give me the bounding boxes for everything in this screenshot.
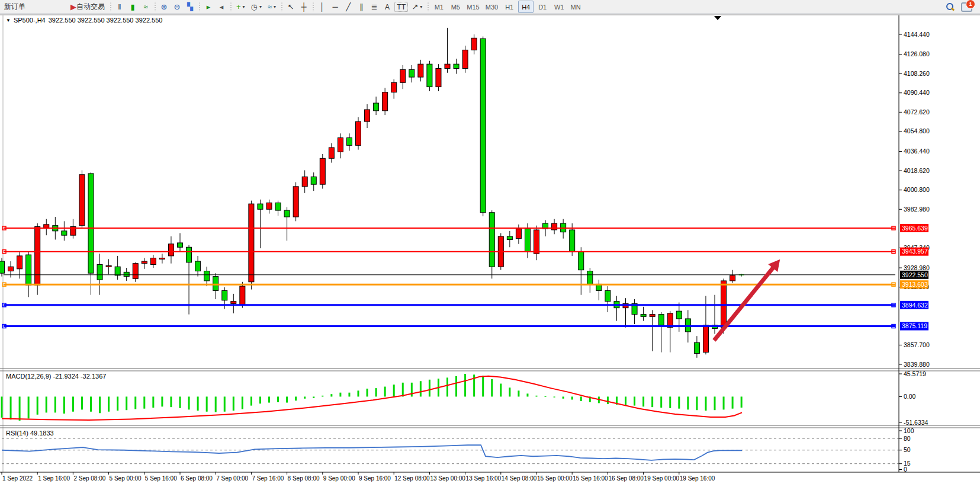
timeframe-button-d1[interactable]: D1 bbox=[535, 1, 550, 13]
chat-bubble-icon: 1 bbox=[961, 2, 972, 12]
candle-body bbox=[106, 265, 111, 267]
chart-collapse-icon[interactable]: ▼ bbox=[6, 18, 11, 23]
dropdown-arrow-icon[interactable]: ▾ bbox=[274, 4, 276, 9]
candle-body bbox=[88, 174, 94, 273]
time-axis-label: 15 Sep 00:00 bbox=[537, 475, 573, 482]
toolbar-group: +▾◷▾≈▾ bbox=[233, 0, 279, 14]
signals-icon-button[interactable] bbox=[55, 1, 67, 13]
time-axis-label: 12 Sep 08:00 bbox=[394, 475, 430, 482]
macd-histogram-bar bbox=[696, 396, 698, 410]
macd-histogram-bar bbox=[625, 396, 626, 405]
candle-body bbox=[240, 286, 245, 305]
macd-histogram-bar bbox=[224, 396, 226, 411]
candle-body bbox=[658, 315, 664, 325]
candle-body bbox=[159, 258, 165, 259]
time-axis-label: 6 Sep 08:00 bbox=[181, 475, 213, 482]
trendline-button[interactable]: ╱ bbox=[342, 1, 354, 13]
macd-histogram-bar bbox=[367, 389, 368, 396]
chart-window[interactable]: 4144.4404126.0804108.2604090.4404072.620… bbox=[0, 14, 980, 487]
notifications-button[interactable]: 1 bbox=[959, 1, 975, 13]
candle-body bbox=[266, 203, 272, 209]
macd-axis-label: 45.5719 bbox=[904, 370, 926, 377]
search-button[interactable] bbox=[943, 1, 957, 13]
timeframe-button-w1[interactable]: W1 bbox=[551, 1, 567, 13]
candle-body bbox=[187, 247, 192, 262]
timeframe-button-m5[interactable]: M5 bbox=[448, 1, 463, 13]
macd-histogram-bar bbox=[536, 396, 538, 397]
line-chart-button[interactable]: ≈ bbox=[140, 1, 152, 13]
text-label-button-label: T bbox=[397, 3, 401, 11]
macd-histogram-bar bbox=[545, 396, 547, 397]
candle-body bbox=[346, 138, 352, 146]
text-button[interactable]: A bbox=[381, 1, 393, 13]
auto-scroll-button[interactable]: ▸ bbox=[203, 1, 214, 13]
candle-body bbox=[409, 69, 415, 77]
periods-button[interactable]: ◷▾ bbox=[249, 1, 264, 13]
time-axis-label: 9 Sep 00:00 bbox=[323, 475, 355, 482]
chart-shift-button[interactable]: ◂ bbox=[216, 1, 227, 13]
macd-histogram-bar bbox=[580, 396, 582, 401]
zoom-in-button[interactable]: ⊕ bbox=[158, 1, 170, 13]
timeframe-button-m15[interactable]: M15 bbox=[464, 1, 481, 13]
macd-histogram-bar bbox=[571, 396, 573, 399]
chart-canvas[interactable]: 4144.4404126.0804108.2604090.4404072.620… bbox=[0, 14, 980, 487]
candle-body bbox=[534, 230, 539, 254]
crosshair-button[interactable]: ┼ bbox=[298, 1, 310, 13]
horizontal-line-button[interactable]: ─ bbox=[329, 1, 341, 13]
candle-body bbox=[676, 311, 682, 319]
new-order-button[interactable]: 新订单 bbox=[2, 1, 28, 13]
market-watch-icon-button[interactable] bbox=[29, 1, 41, 13]
cursor-button[interactable]: ↖ bbox=[285, 1, 297, 13]
macd-histogram-bar bbox=[339, 393, 341, 397]
timeframe-button-h4[interactable]: H4 bbox=[518, 1, 534, 13]
candle-body bbox=[650, 315, 655, 317]
toolbar-grip bbox=[109, 2, 112, 12]
macd-histogram-bar bbox=[54, 396, 56, 412]
rsi-axis-label: 0 bbox=[904, 466, 907, 473]
macd-histogram-bar bbox=[90, 396, 92, 411]
toolbar-grip bbox=[229, 2, 232, 12]
rsi-axis-label: 80 bbox=[904, 435, 911, 442]
tile-windows-icon: ▚ bbox=[187, 3, 193, 11]
macd-histogram-bar bbox=[152, 396, 154, 408]
candle-body bbox=[471, 38, 477, 50]
bar-chart-button[interactable]: ‖ bbox=[114, 1, 126, 13]
arrows-button[interactable]: ↗▾ bbox=[409, 1, 425, 13]
fibonacci-button[interactable]: ≣ bbox=[368, 1, 380, 13]
macd-histogram-bar bbox=[81, 396, 83, 409]
toolbar-right-cluster: 1 bbox=[943, 1, 975, 13]
timeframe-button-m1[interactable]: M1 bbox=[431, 1, 446, 13]
dropdown-arrow-icon[interactable]: ▾ bbox=[243, 4, 245, 9]
zoom-out-button[interactable]: ⊖ bbox=[171, 1, 183, 13]
time-axis-label: 13 Sep 00:00 bbox=[430, 475, 465, 482]
timeframe-button-h1[interactable]: H1 bbox=[502, 1, 517, 13]
macd-histogram-bar bbox=[348, 393, 350, 397]
candle-body bbox=[570, 230, 575, 252]
channel-button[interactable]: ∥ bbox=[355, 1, 367, 13]
auto-trading-button[interactable]: ▶自动交易 bbox=[68, 1, 107, 13]
timeframe-button-m30[interactable]: M30 bbox=[483, 1, 500, 13]
price-tick-label: 4000.800 bbox=[904, 186, 930, 193]
macd-histogram-bar bbox=[37, 396, 38, 414]
terminal-icon-button[interactable] bbox=[42, 1, 54, 13]
candle-body bbox=[115, 267, 120, 275]
search-icon bbox=[946, 2, 955, 12]
text-label-button[interactable]: TT bbox=[394, 2, 408, 12]
dropdown-arrow-icon[interactable]: ▾ bbox=[259, 4, 262, 9]
macd-histogram-bar bbox=[384, 387, 386, 397]
macd-histogram-bar bbox=[358, 390, 359, 396]
timeframe-button-mn[interactable]: MN bbox=[568, 1, 583, 13]
indicators-button[interactable]: +▾ bbox=[234, 1, 248, 13]
periods-icon: ◷ bbox=[251, 3, 258, 11]
macd-histogram-bar bbox=[206, 396, 208, 411]
vertical-line-button[interactable]: │ bbox=[316, 1, 328, 13]
macd-histogram-bar bbox=[446, 377, 448, 396]
candle-body bbox=[97, 265, 102, 280]
macd-histogram-bar bbox=[28, 396, 30, 418]
dropdown-arrow-icon[interactable]: ▾ bbox=[420, 4, 422, 9]
candlestick-chart-button[interactable]: ▮ bbox=[127, 1, 139, 13]
bar-chart-icon: ‖ bbox=[118, 3, 121, 11]
templates-button[interactable]: ≈▾ bbox=[265, 1, 278, 13]
macd-histogram-bar bbox=[134, 396, 136, 409]
tile-windows-button[interactable]: ▚ bbox=[184, 1, 196, 13]
